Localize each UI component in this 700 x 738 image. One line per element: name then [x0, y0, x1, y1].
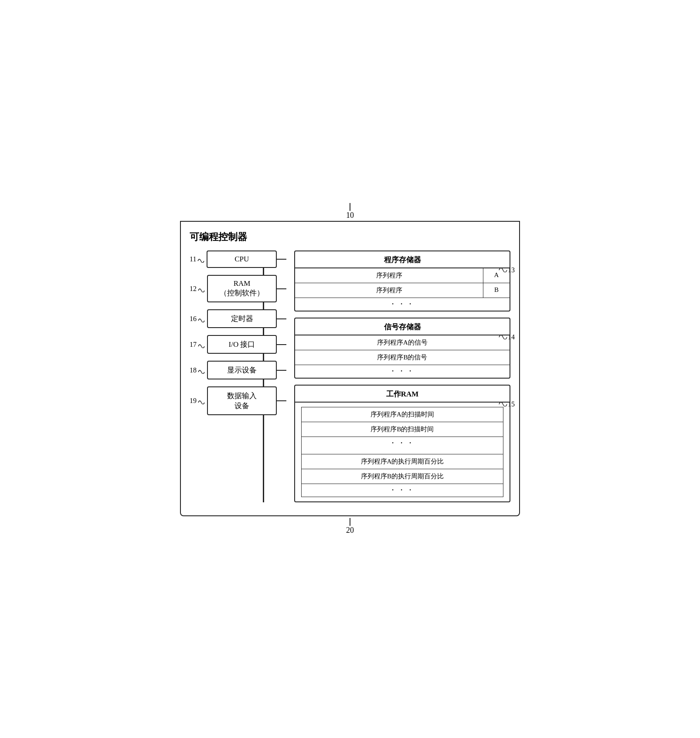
prog-mem-seq-b-val: B	[483, 283, 510, 298]
ref-20-bottom: 20	[180, 518, 520, 535]
inner-layout: 11 CPU 12 RAM（控制软件）	[190, 251, 510, 502]
work-scan-b: 序列程序B的扫描时间	[302, 422, 503, 437]
diagram-wrapper: 10 可编程控制器 11 CPU	[180, 203, 520, 535]
cpu-connector	[277, 259, 286, 260]
sig-mem-row-b: 序列程序B的信号	[295, 350, 510, 365]
sig-mem-wrapper: 14 信号存储器 序列程序A的信号 序列程序B的信号 ・・・	[294, 318, 510, 379]
timer-connector	[277, 318, 286, 319]
prog-mem-row-a: 序列程序 A	[295, 268, 510, 283]
prog-mem-row-b: 序列程序 B	[295, 283, 510, 298]
work-exec-a: 序列程序A的执行周期百分比	[302, 454, 503, 469]
squiggle-11	[197, 256, 205, 263]
timer-item: 16 定时器	[190, 309, 277, 328]
work-dots-2: ・・・	[302, 484, 503, 497]
sig-mem-box: 信号存储器 序列程序A的信号 序列程序B的信号 ・・・	[294, 318, 510, 379]
ref-16: 16	[190, 315, 197, 323]
sig-mem-b: 序列程序B的信号	[295, 350, 510, 365]
squiggle-17	[197, 341, 205, 348]
ram-box: RAM（控制软件）	[207, 275, 277, 302]
squiggle-19	[197, 397, 205, 404]
work-dots-1: ・・・	[302, 437, 503, 450]
squiggle-16	[197, 315, 205, 322]
right-column: 13 程序存储器 序列程序 A 序列程序 B ・・・	[294, 251, 510, 502]
ref-10-label: 10	[180, 203, 520, 220]
work-ram-box: 工作RAM 序列程序A的扫描时间 序列程序B的扫描时间 ・・・ 序列程序A的执行…	[294, 385, 510, 502]
ref-19: 19	[190, 397, 197, 405]
prog-mem-seq-a-label: 序列程序	[295, 268, 483, 283]
squiggle-18	[197, 367, 205, 374]
display-box: 显示设备	[207, 361, 277, 379]
sig-mem-row-a: 序列程序A的信号	[295, 335, 510, 350]
prog-mem-seq-b-label: 序列程序	[295, 283, 483, 298]
datainput-connector	[277, 400, 286, 401]
cpu-box: CPU	[207, 251, 277, 268]
io-connector	[277, 344, 286, 345]
prog-mem-seq-a-val: A	[483, 268, 510, 283]
sig-mem-dots: ・・・	[295, 365, 510, 378]
datainput-box: 数据输入设备	[207, 386, 277, 415]
prog-mem-wrapper: 13 程序存储器 序列程序 A 序列程序 B ・・・	[294, 251, 510, 311]
left-column: 11 CPU 12 RAM（控制软件）	[190, 251, 277, 502]
work-exec-b: 序列程序B的执行周期百分比	[302, 469, 503, 484]
ref-18: 18	[190, 366, 197, 374]
work-ram-title: 工作RAM	[295, 386, 510, 403]
prog-mem-box: 程序存储器 序列程序 A 序列程序 B ・・・	[294, 251, 510, 311]
ref-12: 12	[190, 285, 197, 293]
ram-item: 12 RAM（控制软件）	[190, 275, 277, 302]
datainput-item: 19 数据输入设备	[190, 386, 277, 415]
ref-11: 11	[190, 255, 196, 263]
ram-connector	[277, 288, 286, 289]
work-scan-a: 序列程序A的扫描时间	[302, 407, 503, 422]
diagram-title: 可编程控制器	[190, 230, 510, 244]
prog-mem-dots: ・・・	[295, 298, 510, 311]
ref-17: 17	[190, 341, 197, 349]
outer-box: 可编程控制器 11 CPU 12	[180, 221, 520, 516]
work-ram-wrapper: 15 工作RAM 序列程序A的扫描时间 序列程序B的扫描时间 ・・・ 序列程序A…	[294, 385, 510, 502]
squiggle-12	[197, 285, 205, 292]
prog-mem-title: 程序存储器	[295, 251, 510, 268]
sig-mem-a: 序列程序A的信号	[295, 335, 510, 350]
timer-box: 定时器	[207, 309, 277, 328]
io-item: 17 I/O 接口	[190, 335, 277, 354]
cpu-item: 11 CPU	[190, 251, 277, 268]
display-item: 18 显示设备	[190, 361, 277, 379]
sig-mem-title: 信号存储器	[295, 318, 510, 335]
display-connector	[277, 370, 286, 371]
io-box: I/O 接口	[207, 335, 277, 354]
work-ram-inner: 序列程序A的扫描时间 序列程序B的扫描时间 ・・・ 序列程序A的执行周期百分比 …	[301, 407, 503, 497]
